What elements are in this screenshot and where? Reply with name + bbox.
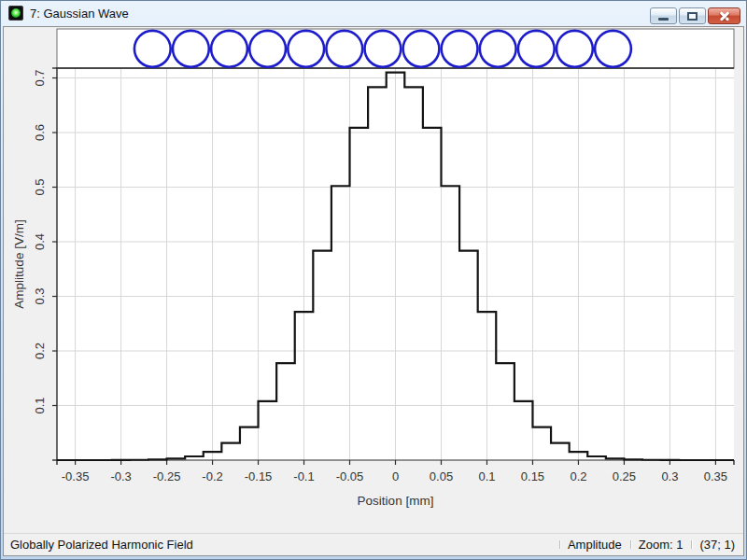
status-display-mode: Amplitude (559, 538, 630, 552)
x-tick-label: 0.15 (521, 469, 544, 483)
status-zoom: Zoom: 1 (630, 538, 692, 552)
x-tick-label: 0.25 (613, 469, 636, 483)
y-axis-title: Amplitude [V/m] (12, 219, 26, 308)
y-tick-label: 0.3 (33, 287, 47, 304)
app-window: 7: Gaussian Wave -0.35-0.3-0.25-0.2-0.15… (0, 0, 747, 560)
x-tick-label: -0.2 (202, 469, 222, 483)
status-field-type: Globally Polarized Harmonic Field (4, 538, 559, 552)
y-tick-label: 0.1 (33, 397, 47, 413)
y-tick-label: 0.7 (33, 69, 47, 86)
x-tick-label: -0.35 (62, 469, 90, 483)
x-tick-label: -0.3 (110, 469, 131, 483)
chart-canvas[interactable]: -0.35-0.3-0.25-0.2-0.15-0.1-0.0500.050.1… (0, 0, 747, 560)
x-tick-label: 0.2 (570, 469, 586, 483)
x-tick-label: -0.1 (293, 469, 314, 483)
x-tick-label: 0 (392, 469, 399, 483)
x-tick-label: -0.25 (153, 469, 181, 483)
x-tick-label: -0.15 (245, 469, 273, 483)
y-tick-label: 0.6 (33, 124, 47, 141)
status-sampling: (37; 1) (691, 538, 743, 552)
x-tick-label: 0.05 (430, 469, 453, 483)
x-tick-label: -0.05 (336, 469, 364, 483)
x-tick-label: 0.1 (478, 469, 495, 483)
status-bar: Globally Polarized Harmonic Field Amplit… (4, 533, 743, 555)
y-tick-label: 0.2 (33, 343, 47, 359)
y-tick-label: 0.4 (33, 233, 47, 250)
y-tick-label: 0.5 (33, 178, 47, 195)
x-tick-label: 0.3 (661, 469, 678, 483)
x-axis-title: Position [mm] (358, 494, 434, 508)
x-tick-label: 0.35 (704, 469, 727, 483)
